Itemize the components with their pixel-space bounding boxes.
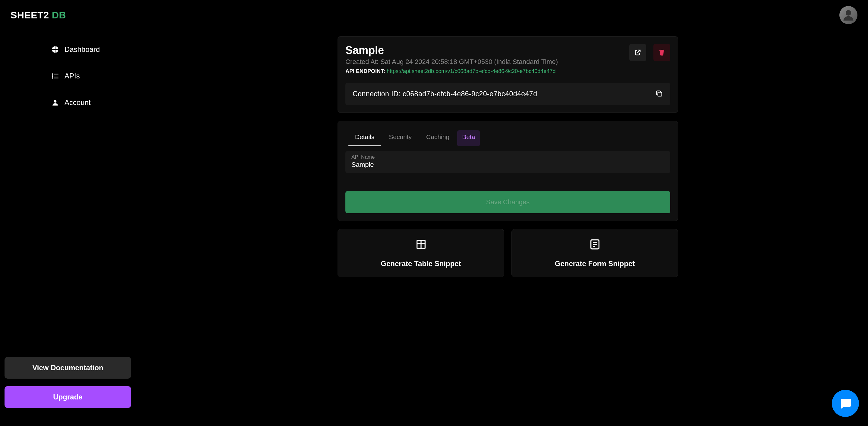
sidebar-item-label: Account bbox=[64, 98, 91, 107]
generate-form-snippet-button[interactable]: Generate Form Snippet bbox=[512, 229, 678, 277]
connection-id-text: Connection ID: c068ad7b-efcb-4e86-9c20-e… bbox=[352, 90, 537, 98]
tab-caching[interactable]: Caching bbox=[420, 129, 456, 146]
svg-rect-6 bbox=[54, 78, 59, 78]
api-created-at: Created At: Sat Aug 24 2024 20:58:18 GMT… bbox=[345, 58, 558, 66]
logo-part1: SHEET2 bbox=[10, 10, 49, 21]
api-name-label: API Name bbox=[351, 154, 664, 160]
user-avatar[interactable] bbox=[839, 6, 858, 24]
copy-icon bbox=[655, 90, 663, 97]
sidebar-item-dashboard[interactable]: Dashboard bbox=[42, 39, 133, 60]
svg-point-0 bbox=[846, 10, 851, 16]
tab-beta[interactable]: Beta bbox=[457, 130, 480, 146]
app-logo[interactable]: SHEET2 DB bbox=[10, 10, 66, 21]
api-endpoint-url[interactable]: https://api.sheet2db.com/v1/c068ad7b-efc… bbox=[387, 68, 555, 74]
tabs: Details Security Caching Beta bbox=[345, 129, 670, 146]
trash-icon bbox=[658, 49, 665, 56]
form-icon bbox=[589, 238, 601, 250]
api-name-group: API Name bbox=[345, 151, 670, 173]
delete-button[interactable] bbox=[653, 44, 670, 61]
svg-point-1 bbox=[52, 73, 53, 75]
sidebar-item-account[interactable]: Account bbox=[42, 92, 133, 113]
api-endpoint-label: API ENDPOINT: bbox=[345, 68, 387, 74]
view-documentation-button[interactable]: View Documentation bbox=[4, 357, 131, 379]
external-link-icon bbox=[634, 49, 641, 56]
sidebar-item-label: Dashboard bbox=[64, 45, 100, 54]
generate-table-snippet-button[interactable]: Generate Table Snippet bbox=[338, 229, 504, 277]
sidebar: Dashboard APIs Account View Documentatio… bbox=[0, 30, 135, 426]
svg-point-3 bbox=[52, 76, 53, 77]
api-settings-panel: Details Security Caching Beta API Name S… bbox=[338, 121, 678, 221]
logo-part2: DB bbox=[52, 10, 66, 21]
chat-fab[interactable] bbox=[832, 390, 859, 417]
sidebar-item-apis[interactable]: APIs bbox=[42, 66, 133, 86]
tab-details[interactable]: Details bbox=[348, 129, 381, 146]
copy-connection-id-button[interactable] bbox=[655, 90, 663, 98]
save-changes-button[interactable]: Save Changes bbox=[345, 191, 670, 213]
sidebar-item-label: APIs bbox=[64, 72, 80, 80]
list-icon bbox=[51, 72, 59, 80]
user-icon bbox=[842, 8, 855, 22]
pie-chart-icon bbox=[51, 46, 59, 53]
svg-rect-4 bbox=[54, 76, 59, 76]
snippet-label: Generate Form Snippet bbox=[555, 259, 635, 268]
snippet-label: Generate Table Snippet bbox=[381, 259, 461, 268]
api-title: Sample bbox=[345, 44, 558, 57]
svg-point-5 bbox=[52, 77, 53, 79]
table-icon bbox=[415, 238, 427, 250]
svg-point-7 bbox=[54, 100, 57, 103]
tab-security[interactable]: Security bbox=[382, 129, 418, 146]
user-icon bbox=[51, 98, 59, 107]
open-external-button[interactable] bbox=[629, 44, 646, 61]
svg-rect-2 bbox=[54, 74, 59, 74]
svg-rect-8 bbox=[658, 92, 662, 96]
upgrade-button[interactable]: Upgrade bbox=[4, 386, 131, 408]
api-name-input[interactable] bbox=[351, 161, 664, 169]
api-header-panel: Sample Created At: Sat Aug 24 2024 20:58… bbox=[338, 36, 678, 113]
connection-id-box: Connection ID: c068ad7b-efcb-4e86-9c20-e… bbox=[345, 83, 670, 105]
chat-icon bbox=[839, 397, 852, 410]
